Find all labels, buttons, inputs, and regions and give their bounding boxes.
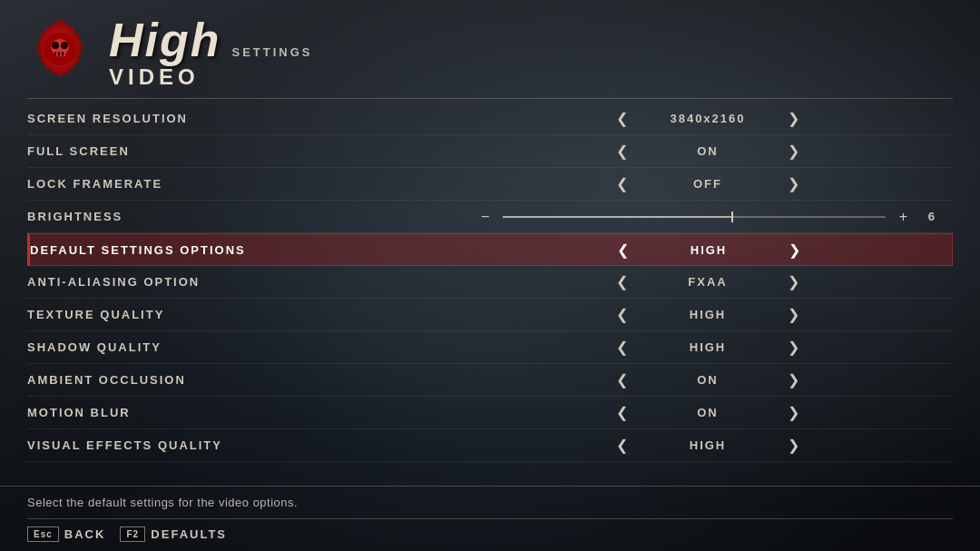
setting-label-ambient-occlusion: AMBIENT OCCLUSION: [27, 373, 463, 387]
setting-row-brightness[interactable]: BRIGHTNESS − + 6: [27, 201, 953, 233]
arrow-left-full-screen[interactable]: ❮: [609, 139, 635, 163]
arrow-right-motion-blur[interactable]: ❯: [780, 400, 807, 425]
title-settings: SETTINGS: [232, 46, 313, 58]
slider-fill: [503, 216, 732, 218]
key-group-defaults[interactable]: F2 DEFAULTS: [120, 526, 227, 542]
arrow-right-shadow-quality[interactable]: ❯: [780, 335, 807, 359]
arrow-right-anti-aliasing-option[interactable]: ❯: [780, 270, 807, 294]
setting-row-shadow-quality[interactable]: SHADOW QUALITY ❮ HIGH ❯: [27, 331, 953, 364]
header-text: High SETTINGS VIDEO: [109, 16, 313, 89]
setting-value-lock-framerate: OFF: [653, 177, 762, 191]
setting-row-lock-framerate[interactable]: LOCK FRAMERATE ❮ OFF ❯: [27, 168, 953, 201]
setting-value-screen-resolution: 3840x2160: [653, 112, 762, 125]
arrow-left-visual-effects-quality[interactable]: ❮: [609, 433, 635, 458]
setting-label-texture-quality: TEXTURE QUALITY: [27, 308, 463, 321]
svg-rect-5: [56, 51, 58, 56]
setting-control-visual-effects-quality: ❮ HIGH ❯: [463, 433, 953, 458]
arrow-right-texture-quality[interactable]: ❯: [780, 302, 807, 327]
setting-row-full-screen[interactable]: FULL SCREEN ❮ ON ❯: [27, 135, 953, 168]
arrow-left-motion-blur[interactable]: ❮: [609, 400, 635, 425]
setting-label-visual-effects-quality: VISUAL EFFECTS QUALITY: [27, 438, 463, 452]
setting-label-brightness: BRIGHTNESS: [27, 210, 463, 223]
arrow-right-ambient-occlusion[interactable]: ❯: [780, 368, 807, 392]
setting-control-screen-resolution: ❮ 3840x2160 ❯: [463, 106, 953, 131]
setting-label-full-screen: FULL SCREEN: [27, 144, 463, 158]
setting-control-full-screen: ❮ ON ❯: [463, 139, 953, 163]
settings-list: SCREEN RESOLUTION ❮ 3840x2160 ❯ FULL SCR…: [0, 103, 980, 486]
key-label-defaults: DEFAULTS: [151, 527, 227, 541]
arrow-right-default-settings-options[interactable]: ❯: [781, 238, 808, 262]
setting-row-motion-blur[interactable]: MOTION BLUR ❮ ON ❯: [27, 397, 953, 429]
setting-row-ambient-occlusion[interactable]: AMBIENT OCCLUSION ❮ ON ❯: [27, 364, 953, 397]
setting-value-ambient-occlusion: ON: [653, 373, 762, 387]
arrow-left-ambient-occlusion[interactable]: ❮: [609, 368, 635, 392]
slider-thumb: [731, 212, 733, 222]
setting-row-anti-aliasing-option[interactable]: ANTI-ALIASING OPTION ❮ FXAA ❯: [27, 266, 953, 299]
slider-plus-icon[interactable]: +: [899, 209, 907, 225]
gear-icon: [27, 16, 93, 82]
arrow-right-screen-resolution[interactable]: ❯: [780, 106, 807, 131]
setting-control-default-settings-options: ❮ HIGH ❯: [466, 238, 952, 262]
brightness-slider-track[interactable]: [503, 216, 885, 218]
setting-value-motion-blur: ON: [653, 406, 762, 419]
footer-controls: Esc BACK F2 DEFAULTS: [27, 526, 953, 542]
setting-value-default-settings-options: HIGH: [654, 243, 763, 257]
setting-label-default-settings-options: DEFAULT SETTINGS OPTIONS: [30, 243, 466, 257]
arrow-left-lock-framerate[interactable]: ❮: [609, 172, 635, 196]
svg-rect-7: [64, 51, 65, 56]
arrow-left-screen-resolution[interactable]: ❮: [609, 106, 635, 131]
key-button-esc: Esc: [27, 526, 59, 542]
slider-value: 6: [916, 210, 935, 223]
setting-value-anti-aliasing-option: FXAA: [653, 275, 762, 289]
setting-label-motion-blur: MOTION BLUR: [27, 406, 463, 419]
setting-control-lock-framerate: ❮ OFF ❯: [463, 172, 953, 196]
main-content: High SETTINGS VIDEO SCREEN RESOLUTION ❮ …: [0, 0, 980, 551]
setting-row-default-settings-options[interactable]: DEFAULT SETTINGS OPTIONS ❮ HIGH ❯: [27, 233, 953, 266]
arrow-right-lock-framerate[interactable]: ❯: [780, 172, 807, 196]
brightness-control: − + 6: [463, 209, 953, 225]
setting-control-ambient-occlusion: ❮ ON ❯: [463, 368, 953, 392]
key-label-back: BACK: [64, 527, 106, 541]
slider-minus-icon[interactable]: −: [481, 209, 489, 225]
title-high: High: [109, 16, 221, 64]
setting-row-screen-resolution[interactable]: SCREEN RESOLUTION ❮ 3840x2160 ❯: [27, 103, 953, 135]
setting-row-visual-effects-quality[interactable]: VISUAL EFFECTS QUALITY ❮ HIGH ❯: [27, 429, 953, 462]
key-button-f2: F2: [120, 526, 145, 542]
footer: Select the default settings for the vide…: [0, 486, 980, 551]
arrow-right-visual-effects-quality[interactable]: ❯: [780, 433, 807, 458]
key-group-back[interactable]: Esc BACK: [27, 526, 105, 542]
svg-point-2: [52, 42, 59, 49]
arrow-left-texture-quality[interactable]: ❮: [609, 302, 635, 327]
setting-control-motion-blur: ❮ ON ❯: [463, 400, 953, 425]
setting-value-texture-quality: HIGH: [653, 308, 762, 321]
arrow-left-default-settings-options[interactable]: ❮: [610, 238, 636, 262]
arrow-right-full-screen[interactable]: ❯: [780, 139, 807, 163]
setting-control-anti-aliasing-option: ❮ FXAA ❯: [463, 270, 953, 294]
arrow-left-shadow-quality[interactable]: ❮: [609, 335, 635, 359]
logo: [27, 16, 100, 89]
setting-label-lock-framerate: LOCK FRAMERATE: [27, 177, 463, 191]
title-video: VIDEO: [109, 65, 313, 89]
setting-value-shadow-quality: HIGH: [653, 340, 762, 354]
arrow-left-anti-aliasing-option[interactable]: ❮: [609, 270, 635, 294]
footer-description: Select the default settings for the vide…: [27, 496, 953, 509]
svg-rect-6: [60, 51, 62, 56]
setting-row-texture-quality[interactable]: TEXTURE QUALITY ❮ HIGH ❯: [27, 299, 953, 331]
setting-control-shadow-quality: ❮ HIGH ❯: [463, 335, 953, 359]
setting-value-visual-effects-quality: HIGH: [653, 438, 762, 452]
footer-separator: [27, 518, 953, 519]
header: High SETTINGS VIDEO: [0, 0, 980, 98]
setting-label-screen-resolution: SCREEN RESOLUTION: [27, 112, 463, 125]
setting-control-texture-quality: ❮ HIGH ❯: [463, 302, 953, 327]
logo-icon: [27, 16, 93, 89]
svg-point-3: [61, 42, 68, 49]
setting-label-anti-aliasing-option: ANTI-ALIASING OPTION: [27, 275, 463, 289]
header-separator: [27, 98, 953, 99]
setting-value-full-screen: ON: [653, 144, 762, 158]
setting-label-shadow-quality: SHADOW QUALITY: [27, 340, 463, 354]
